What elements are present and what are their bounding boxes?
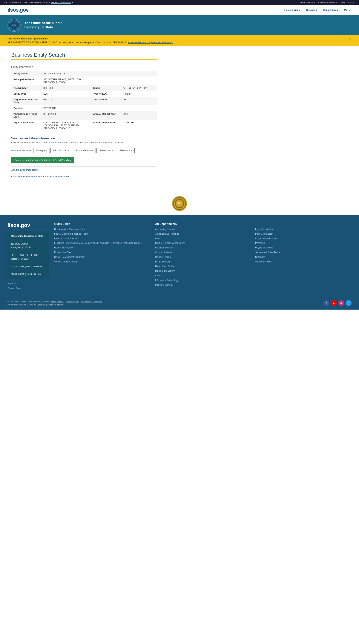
dept-organ-donation[interactable]: Organ/Tissue Donation bbox=[255, 237, 352, 240]
annual-filing-value: 02-22-2023 bbox=[41, 111, 91, 120]
actions-area: Purchase Master Entity Certificate of Go… bbox=[11, 157, 157, 180]
alert-body: APPOINTMENTS REQUIRED for REAL ID, DL/ID… bbox=[8, 41, 347, 44]
svg-text:STATE OF: STATE OF bbox=[177, 202, 182, 203]
dept-baiid[interactable]: BAIID bbox=[155, 237, 252, 240]
table-row: File Number 03519589 Status ACTIVE on 02… bbox=[11, 85, 157, 91]
dept-merit-commission[interactable]: Merit Commission bbox=[255, 232, 352, 236]
footer-quick-link-4[interactable]: Report SSA Scams bbox=[54, 246, 150, 249]
nav-dmv-services[interactable]: DMV Services ▾ bbox=[284, 8, 302, 12]
dept-inspector-general[interactable]: Inspector General bbox=[155, 284, 252, 286]
heres-how-link[interactable]: Here's how you know bbox=[52, 1, 71, 4]
entity-table: Entity Name AKUNA CAPITAL LLC Principal … bbox=[11, 71, 157, 131]
footer-accessibility-link[interactable]: Accessibility Statement bbox=[81, 300, 102, 302]
footer-address: Office of the Secretary of State 213 Sta… bbox=[8, 231, 48, 279]
dept-driver-services[interactable]: Driver Services bbox=[155, 260, 252, 264]
table-row: Duration PERPETUAL bbox=[11, 105, 157, 111]
footer-quick-link-5[interactable]: Rules of the Road bbox=[54, 251, 150, 254]
footer-quick-link-2[interactable]: Freedom of Information bbox=[54, 237, 150, 240]
entity-section-title: Entity Information bbox=[11, 65, 157, 68]
purchase-certificate-button[interactable]: Purchase Master Entity Certificate of Go… bbox=[11, 157, 74, 164]
dept-court-claims[interactable]: Court of Claims bbox=[155, 256, 252, 259]
org-date-value: 03-21-2011 bbox=[41, 97, 91, 105]
available-services-label: Available Services bbox=[11, 149, 31, 152]
entity-type-value: LLC bbox=[41, 91, 91, 97]
facebook-icon[interactable]: f bbox=[324, 300, 329, 306]
main-nav: DMV Services ▾ Business ▾ Departments ▾ … bbox=[284, 8, 352, 12]
services-title: Services and More Information bbox=[11, 137, 157, 140]
footer-col-brand: ilsos.gov Office of the Secretary of Sta… bbox=[8, 222, 48, 292]
dept-physical-services[interactable]: Physical Services bbox=[255, 246, 352, 249]
tab-assumed-name[interactable]: Assumed Name bbox=[73, 148, 96, 153]
entity-name-label: Entity Name bbox=[11, 71, 41, 76]
news-link[interactable]: News bbox=[340, 1, 345, 4]
alert-link[interactable]: extended hours and appointment availabil… bbox=[128, 41, 172, 44]
site-logo[interactable]: ilsos.gov bbox=[8, 7, 28, 13]
tab-file-history[interactable]: File History bbox=[117, 148, 134, 153]
alert-close-button[interactable]: ✕ bbox=[349, 38, 352, 41]
footer-quick-link-3[interactable]: IL Vehicle Hijacking and Motor Vehicle T… bbox=[54, 242, 150, 245]
dept-admin-hearings[interactable]: Administrative Hearings bbox=[155, 232, 252, 236]
footer-terms-link[interactable]: Terms of Use bbox=[66, 300, 78, 302]
dept-state-archives[interactable]: Illinois State Archives bbox=[155, 265, 252, 268]
footer-quick-link-7[interactable]: Vendor Communication bbox=[54, 260, 150, 264]
footer-privacy-link[interactable]: Privacy Policy bbox=[51, 300, 64, 302]
dept-state-library[interactable]: Illinois State Library bbox=[155, 270, 252, 272]
header: ilsos.gov DMV Services ▾ Business ▾ Depa… bbox=[0, 5, 359, 15]
dept-index[interactable]: Index bbox=[155, 274, 252, 277]
main-content: Business Entity Search Entity Informatio… bbox=[0, 46, 168, 188]
dept-legislative-affairs[interactable]: Legislative Affairs bbox=[255, 228, 352, 231]
youtube-icon[interactable]: ▶ bbox=[331, 300, 336, 306]
departments-col2: Legislative Affairs Merit Commission Org… bbox=[255, 228, 352, 288]
contact-link[interactable]: Contact bbox=[348, 1, 355, 4]
footer-quick-link-6[interactable]: Sexual Harassment Complaint bbox=[54, 256, 150, 259]
footer-copyright-row: © 2023 Illinois Office of the Secretary … bbox=[8, 300, 104, 302]
footer-about-link[interactable]: About Us bbox=[8, 282, 48, 285]
dept-vehicle-services[interactable]: Vehicle Services bbox=[255, 260, 352, 264]
principal-address-value: 333 S WABASH AVE, SUITE 2600CHICAGO, IL … bbox=[41, 76, 157, 85]
nav-business[interactable]: Business ▾ bbox=[306, 8, 318, 12]
file-number-label: File Number bbox=[11, 85, 41, 91]
dept-accounting[interactable]: Accounting Revenue bbox=[155, 228, 252, 231]
annual-filing-label: Annual Report Filing Date bbox=[11, 111, 41, 120]
footer-quick-link-1[interactable]: Facility Customer Feedback Form bbox=[54, 232, 150, 236]
dept-information-technology[interactable]: Information Technology bbox=[155, 279, 252, 282]
publications-link[interactable]: Publications & Forms bbox=[318, 1, 337, 4]
footer-amber-link[interactable]: Amber Alert bbox=[8, 304, 18, 306]
svg-text:ILLINOIS: ILLINOIS bbox=[178, 203, 182, 204]
nav-arrow-business: ▾ bbox=[318, 9, 318, 11]
about-office-link[interactable]: About the Office bbox=[300, 1, 315, 4]
dept-business-services[interactable]: Business Services bbox=[155, 246, 252, 249]
table-row: Org. Date/Admission Date 03-21-2011 Juri… bbox=[11, 97, 157, 105]
agency-banner: ILLINOIS SECRETARY OF STATE The Office o… bbox=[0, 15, 359, 35]
tab-managers[interactable]: Managers bbox=[33, 148, 50, 153]
adopting-assumed-name-link[interactable]: Adopting Assumed Name bbox=[11, 166, 157, 173]
nav-departments[interactable]: Departments ▾ bbox=[323, 8, 339, 12]
footer-contact-forms-link[interactable]: Contact Forms bbox=[8, 287, 48, 290]
status-label: Status bbox=[91, 85, 121, 91]
tab-series-name[interactable]: Series Name bbox=[96, 148, 116, 153]
svg-text:OF STATE: OF STATE bbox=[12, 26, 16, 28]
change-registered-agent-link[interactable]: Change of Registered Agent and/or Regist… bbox=[11, 173, 157, 180]
dept-personnel[interactable]: Personnel bbox=[255, 242, 352, 245]
footer-phone-2: 217-785-3000 (outside Illinois) bbox=[10, 273, 40, 276]
nav-more[interactable]: More ▾ bbox=[344, 8, 352, 12]
dept-budget[interactable]: Budget & Fiscal Management bbox=[155, 242, 252, 245]
twitter-icon[interactable]: 🐦 bbox=[346, 300, 352, 306]
page-title: Business Entity Search bbox=[11, 52, 157, 58]
state-seal: ILLINOIS SECRETARY OF STATE bbox=[8, 19, 20, 32]
footer-quick-link-0[interactable]: Discrimination Complaint Form bbox=[54, 228, 150, 231]
dept-sos-police[interactable]: Secretary of State Police bbox=[255, 251, 352, 254]
agent-info-value: C T CORPORATION SYSTEM208 SO LASALLE ST,… bbox=[41, 120, 91, 131]
dept-securities[interactable]: Securities bbox=[255, 256, 352, 259]
table-row: Principal Address 333 S WABASH AVE, SUIT… bbox=[11, 76, 157, 85]
dept-communications[interactable]: Communications bbox=[155, 251, 252, 254]
official-text: The official website of the Illinois Sec… bbox=[4, 1, 50, 4]
instagram-icon[interactable]: ◉ bbox=[338, 300, 344, 306]
top-bar: The official website of the Illinois Sec… bbox=[0, 0, 359, 5]
top-bar-nav: About the Office Publications & Forms Ne… bbox=[300, 1, 355, 4]
footer-addr-1: 213 State CapitolSpringfield, IL 62756 bbox=[10, 242, 31, 249]
services-section: Services and More Information Choose a t… bbox=[11, 137, 157, 180]
departments-col1: Accounting Revenue Administrative Hearin… bbox=[155, 228, 252, 288]
tab-old-llc-name[interactable]: Old LLC Name bbox=[50, 148, 72, 153]
footer-ncmec-link[interactable]: National Center for Missing & Exploited … bbox=[19, 304, 63, 306]
